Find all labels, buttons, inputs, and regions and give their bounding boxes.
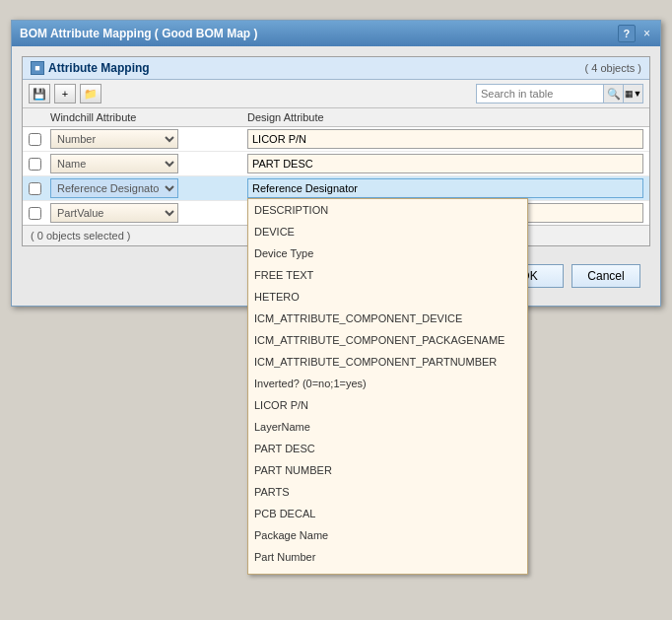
row2-design-input[interactable]	[247, 154, 643, 173]
row4-windchill-cell: PartValue	[50, 203, 247, 223]
main-window: BOM Attribute Mapping ( Good BOM Map ) ?…	[11, 20, 661, 307]
dropdown-item[interactable]: ICM_ATTRIBUTE_COMPONENT_PARTNUMBER	[248, 351, 527, 373]
dropdown-item[interactable]: DESCRIPTION	[248, 199, 527, 221]
dropdown-item[interactable]: Inverted? (0=no;1=yes)	[248, 373, 527, 394]
section-title: ■ Attribute Mapping	[31, 61, 150, 75]
dropdown-item[interactable]: Placement Status	[248, 568, 527, 574]
row1-design-input[interactable]	[247, 129, 643, 149]
row2-windchill-select[interactable]: Name	[50, 154, 178, 173]
row2-design-cell	[247, 154, 643, 173]
row3-design-input[interactable]	[247, 178, 643, 198]
table-header: Windchill Attribute Design Attribute	[23, 108, 649, 127]
section-header: ■ Attribute Mapping ( 4 objects )	[23, 57, 649, 80]
windchill-col-header: Windchill Attribute	[50, 111, 247, 123]
row3-windchill-select[interactable]: Reference Designator	[50, 178, 178, 198]
dropdown-list: DESCRIPTIONDEVICEDevice TypeFREE TEXTHET…	[248, 199, 527, 574]
add-button[interactable]: +	[54, 84, 76, 103]
close-button[interactable]: ×	[641, 27, 652, 40]
dropdown-item[interactable]: PART NUMBER	[248, 459, 527, 481]
dropdown-item[interactable]: LICOR P/N	[248, 394, 527, 416]
row3-design-cell: DESCRIPTIONDEVICEDevice TypeFREE TEXTHET…	[247, 178, 643, 198]
dropdown-item[interactable]: PART DESC	[248, 438, 527, 459]
window-title: BOM Attribute Mapping ( Good BOM Map )	[20, 27, 258, 40]
dropdown-item[interactable]: LayerName	[248, 416, 527, 438]
search-wrapper: 🔍 ▦▼	[476, 84, 643, 103]
dropdown-item[interactable]: Package Name	[248, 524, 527, 546]
row1-windchill-cell: Number	[50, 129, 247, 149]
search-button[interactable]: 🔍	[604, 84, 624, 103]
checkbox-col-header	[29, 111, 50, 123]
dropdown-menu: DESCRIPTIONDEVICEDevice TypeFREE TEXTHET…	[247, 198, 528, 575]
dropdown-item[interactable]: ICM_ATTRIBUTE_COMPONENT_DEVICE	[248, 308, 527, 329]
row3-windchill-cell: Reference Designator	[50, 178, 247, 198]
row1-windchill-select[interactable]: Number	[50, 129, 178, 149]
dropdown-item[interactable]: Device Type	[248, 242, 527, 264]
toolbar: 💾 + 📁 🔍 ▦▼	[23, 80, 649, 108]
table-row: Name	[23, 152, 649, 176]
table-row: Number	[23, 127, 649, 152]
dropdown-item[interactable]: FREE TEXT	[248, 264, 527, 286]
section-icon: ■	[31, 61, 44, 75]
column-icon: ▦▼	[625, 89, 642, 99]
dropdown-item[interactable]: PCB DECAL	[248, 503, 527, 524]
title-bar-right: ? ×	[618, 25, 652, 42]
column-button[interactable]: ▦▼	[624, 84, 643, 103]
folder-button[interactable]: 📁	[80, 84, 101, 103]
dropdown-item[interactable]: PARTS	[248, 481, 527, 503]
row4-checkbox[interactable]	[29, 207, 41, 220]
row1-design-cell	[247, 129, 643, 149]
design-col-header: Design Attribute	[247, 111, 643, 123]
row1-checkbox[interactable]	[29, 133, 41, 146]
row3-checkbox[interactable]	[29, 182, 41, 195]
cancel-button[interactable]: Cancel	[571, 264, 640, 288]
attribute-mapping-section: ■ Attribute Mapping ( 4 objects ) 💾 + 📁	[22, 56, 650, 246]
add-icon: +	[62, 88, 68, 100]
section-title-label: Attribute Mapping	[48, 61, 150, 75]
search-input[interactable]	[476, 84, 604, 103]
save-icon: 💾	[33, 88, 46, 101]
dropdown-item[interactable]: DEVICE	[248, 221, 527, 242]
help-button[interactable]: ?	[618, 25, 636, 42]
dropdown-item[interactable]: Part Number	[248, 546, 527, 568]
row4-windchill-select[interactable]: PartValue	[50, 203, 178, 223]
search-icon: 🔍	[607, 88, 621, 101]
selection-status: ( 0 objects selected )	[31, 230, 131, 241]
row2-checkbox[interactable]	[29, 158, 41, 171]
table-row: Reference Designator DESCRIPTIONDEVICEDe…	[23, 176, 649, 201]
dropdown-item[interactable]: ICM_ATTRIBUTE_COMPONENT_PACKAGENAME	[248, 329, 527, 351]
title-bar: BOM Attribute Mapping ( Good BOM Map ) ?…	[12, 21, 660, 46]
folder-icon: 📁	[84, 88, 98, 101]
save-button[interactable]: 💾	[29, 84, 50, 103]
row2-windchill-cell: Name	[50, 154, 247, 173]
objects-count: ( 4 objects )	[585, 62, 641, 74]
dropdown-item[interactable]: HETERO	[248, 286, 527, 308]
table-body: Number Name	[23, 127, 649, 225]
dialog-body: ■ Attribute Mapping ( 4 objects ) 💾 + 📁	[12, 46, 660, 306]
